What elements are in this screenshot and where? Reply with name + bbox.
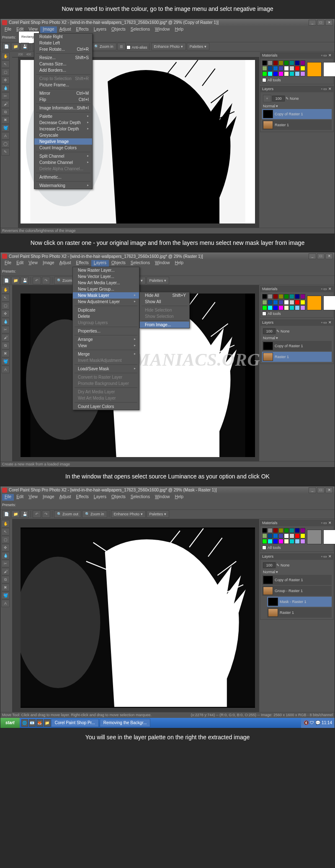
crop-tool[interactable]: ✂ xyxy=(1,560,10,567)
text-tool[interactable]: A xyxy=(1,600,10,607)
color-swatch[interactable] xyxy=(295,71,300,76)
color-swatch[interactable] xyxy=(300,300,305,305)
color-swatch[interactable] xyxy=(273,300,278,305)
zoom-in-button[interactable]: 🔍Zoom in xyxy=(91,43,116,50)
dd-count-layer-colors[interactable]: Count Layer Colors xyxy=(73,403,139,410)
menu-help[interactable]: Help xyxy=(173,26,186,33)
color-swatch[interactable] xyxy=(289,300,294,305)
opacity-input[interactable] xyxy=(272,96,285,101)
zoom-out-button[interactable]: 🔍Zoom out xyxy=(54,510,81,518)
dd-view[interactable]: View▸ xyxy=(73,343,139,349)
brush-tool[interactable]: 🖌 xyxy=(1,334,10,341)
all-tools-checkbox[interactable]: ✓ xyxy=(262,78,266,82)
dd-new-raster[interactable]: New Raster Layer... xyxy=(73,267,139,273)
color-swatch[interactable] xyxy=(289,66,294,71)
open-icon[interactable]: 📁 xyxy=(11,277,20,284)
panel-controls[interactable]: ▫ ▭ ✕ xyxy=(321,287,332,292)
menu-edit[interactable]: Edit xyxy=(14,260,26,267)
color-swatch[interactable] xyxy=(284,528,289,533)
color-swatch[interactable] xyxy=(278,528,283,533)
color-swatch[interactable] xyxy=(268,71,273,76)
background-color[interactable] xyxy=(323,530,335,544)
color-swatches[interactable] xyxy=(262,60,305,77)
brush-tool[interactable]: 🖌 xyxy=(1,100,10,108)
maximize-button[interactable]: □ xyxy=(317,487,325,493)
menu-effects[interactable]: Effects xyxy=(73,26,91,33)
start-button[interactable]: start xyxy=(0,718,20,728)
zoom-icon[interactable]: ⊞ xyxy=(117,43,126,50)
color-swatch[interactable] xyxy=(273,528,278,533)
color-swatch[interactable] xyxy=(273,305,278,310)
open-icon[interactable]: 📁 xyxy=(11,43,20,50)
new-icon[interactable]: 📄 xyxy=(2,510,10,518)
color-swatch[interactable] xyxy=(278,60,283,65)
select-tool[interactable]: ▢ xyxy=(1,302,10,309)
opacity-input[interactable] xyxy=(263,328,276,334)
menu-image[interactable]: Image xyxy=(40,260,57,267)
minimize-button[interactable]: _ xyxy=(309,20,316,26)
close-button[interactable]: ✕ xyxy=(325,487,333,493)
menu-objects[interactable]: Objects xyxy=(109,494,128,501)
color-swatch[interactable] xyxy=(262,300,267,305)
dd-watermarking[interactable]: Watermarking▸ xyxy=(34,182,92,189)
dd-free-rotate[interactable]: Free Rotate...Ctrl+R xyxy=(34,46,92,52)
menu-adjust[interactable]: Adjust xyxy=(57,260,74,267)
dd-arrange[interactable]: Arrange▸ xyxy=(73,336,139,343)
color-swatch[interactable] xyxy=(300,528,305,533)
color-swatch[interactable] xyxy=(262,305,267,310)
menu-image[interactable]: Image xyxy=(40,26,57,33)
menu-image[interactable]: Image xyxy=(40,494,57,501)
layer-copy-raster1[interactable]: Copy of Raster 1 xyxy=(262,109,332,119)
color-swatches[interactable] xyxy=(262,294,305,310)
menu-window[interactable]: Window xyxy=(152,494,173,501)
color-swatch[interactable] xyxy=(273,294,278,299)
foreground-color[interactable] xyxy=(307,530,322,544)
menu-view[interactable]: View xyxy=(26,260,40,267)
menu-layers[interactable]: Layers xyxy=(91,260,109,267)
layer-raster1[interactable]: Raster 1 xyxy=(262,352,332,362)
dd-count-colors[interactable]: Count Image Colors xyxy=(34,145,92,151)
dd-increase-depth[interactable]: Increase Color Depth▸ xyxy=(34,126,92,132)
save-icon[interactable]: 💾 xyxy=(21,510,29,518)
color-swatch[interactable] xyxy=(278,66,283,71)
color-swatch[interactable] xyxy=(300,539,305,544)
menu-selections[interactable]: Selections xyxy=(128,494,152,501)
color-swatch[interactable] xyxy=(278,294,283,299)
color-swatch[interactable] xyxy=(268,305,273,310)
eraser-tool[interactable]: ✖ xyxy=(1,584,10,591)
color-swatch[interactable] xyxy=(273,539,278,544)
color-swatch[interactable] xyxy=(289,60,294,65)
color-swatch[interactable] xyxy=(284,60,289,65)
dd-new-vector[interactable]: New Vector Layer... xyxy=(73,273,139,280)
color-swatches[interactable] xyxy=(262,528,305,544)
menu-file[interactable]: File xyxy=(2,494,14,501)
dd-new-mask[interactable]: New Mask Layer▸ xyxy=(73,292,139,299)
layer-raster1[interactable]: Raster 1 xyxy=(267,608,332,618)
clone-tool[interactable]: ⧉ xyxy=(1,108,10,116)
color-swatch[interactable] xyxy=(284,294,289,299)
dd-delete[interactable]: Delete xyxy=(73,313,139,320)
background-color[interactable] xyxy=(323,62,335,77)
color-swatch[interactable] xyxy=(268,60,273,65)
color-swatch[interactable] xyxy=(295,533,300,538)
menu-help[interactable]: Help xyxy=(173,494,186,501)
color-swatch[interactable] xyxy=(262,71,267,76)
color-swatch[interactable] xyxy=(300,60,305,65)
taskbar-task[interactable]: Removing the Backgr... xyxy=(100,719,150,727)
menu-help[interactable]: Help xyxy=(173,260,186,267)
close-button[interactable]: ✕ xyxy=(325,253,333,259)
move-tool[interactable]: ✥ xyxy=(1,76,10,84)
fill-tool[interactable]: 🪣 xyxy=(1,592,10,599)
undo-icon[interactable]: ↶ xyxy=(33,510,41,518)
color-swatch[interactable] xyxy=(284,300,289,305)
redo-icon[interactable]: ↷ xyxy=(42,510,50,518)
color-swatch[interactable] xyxy=(295,294,300,299)
select-tool[interactable]: ▢ xyxy=(1,536,10,543)
pan-tool[interactable]: ✋ xyxy=(1,286,10,294)
color-swatch[interactable] xyxy=(268,300,273,305)
text-tool[interactable]: A xyxy=(1,132,10,140)
layer-copy-raster1[interactable]: Copy of Raster 1 xyxy=(262,341,332,351)
color-swatch[interactable] xyxy=(300,305,305,310)
color-swatch[interactable] xyxy=(300,71,305,76)
new-layer-icon[interactable]: + xyxy=(263,95,271,102)
